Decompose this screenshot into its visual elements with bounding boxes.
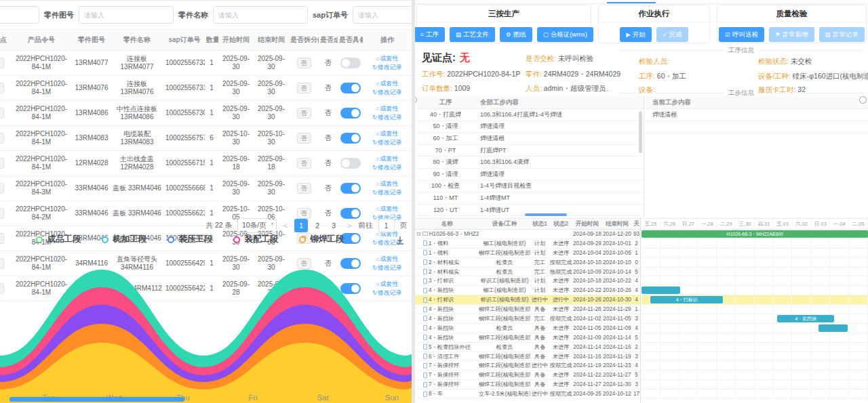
sap-order-input[interactable] <box>353 6 412 24</box>
history-link[interactable]: ↻修改记录 <box>372 139 402 146</box>
gantt-chart-row[interactable] <box>642 380 868 389</box>
section-step-info: 工序信息 <box>618 46 864 55</box>
gantt-chart-row[interactable]: 4・打标识 <box>642 295 868 305</box>
ready-toggle[interactable] <box>340 58 361 68</box>
gantt-chart-row[interactable] <box>642 352 868 362</box>
kit-link[interactable]: ⌂成套性 <box>376 255 399 262</box>
呼叫送检-button[interactable]: ☑呼叫送检 <box>719 27 764 42</box>
gantt-row[interactable]: ⊟H1026-66-3・MHZ2A83002024-09-182024-12-2… <box>415 230 640 239</box>
gantt-row[interactable]: 1・领料铆工(核电制造部)计划未进序2024-09-292024-10-012 <box>415 239 640 249</box>
gantt-row[interactable]: 7・装保持环铆焊工段(核电制造部)具备未进序2024-11-272024-11-… <box>415 380 640 389</box>
gantt-row[interactable]: 4・装挡块检查员具备未进序2024-11-052024-11-094 <box>415 324 640 333</box>
gantt-chart-row[interactable] <box>642 239 868 249</box>
page-number-1[interactable]: 1 <box>294 219 308 232</box>
gantt-chart-row[interactable] <box>642 268 868 277</box>
step-row[interactable]: 90・清理焊缝清理 <box>416 169 644 181</box>
gantt-chart-row[interactable] <box>642 361 868 370</box>
gantt-chart-row[interactable] <box>642 276 868 286</box>
gantt-bar[interactable] <box>642 287 680 294</box>
legend-item[interactable]: 铆焊工段 <box>299 234 344 245</box>
part-name-input[interactable] <box>213 6 308 24</box>
gantt-chart-row[interactable]: H1026-66-3・MHZ2A8300 <box>642 230 868 239</box>
ready-toggle[interactable] <box>340 158 361 169</box>
kit-link[interactable]: ⌂成套性 <box>376 105 399 112</box>
gantt-row[interactable]: 2・材料核实检查员完工按期完成2024-10-102024-10-100 <box>415 258 640 268</box>
gantt-row[interactable]: 7・装保持环铆焊工段(核电制造部)进行中按期完成2024-11-192024-1… <box>415 361 640 370</box>
legend-item[interactable]: 装压工段 <box>167 234 213 245</box>
kit-link[interactable]: ⌂成套性 <box>376 155 399 162</box>
gantt-row[interactable]: 6・清理工件铆焊工段(核电制造部)具备未进序2024-11-162024-11-… <box>415 352 640 362</box>
step-row[interactable]: 70・PT打底焊PT <box>416 145 644 157</box>
part-drawing-input[interactable] <box>79 6 174 24</box>
history-link[interactable]: ↻修改记录 <box>372 89 402 96</box>
gantt-bar[interactable]: H1026-66-3・MHZ2A8300 <box>642 230 868 238</box>
history-link[interactable]: ↻修改记录 <box>372 114 402 121</box>
gantt-row[interactable]: 4・装挡块铆焊工段(核电制造部)具备未进序2024-11-282024-11-2… <box>415 305 640 314</box>
chart-scrollbar[interactable] <box>9 397 184 402</box>
gantt-row[interactable]: 3・打标识标识工(核电制造部)计划未进序2024-10-182024-10-22… <box>415 276 640 286</box>
gantt-chart-row[interactable] <box>642 343 868 352</box>
right-resize-handle[interactable] <box>859 96 867 104</box>
gantt-bar[interactable] <box>818 324 848 332</box>
工艺文件-button[interactable]: ▤工艺文件 <box>450 27 495 42</box>
step-row[interactable]: 100・检查1-4号焊缝目视检查 <box>416 181 644 193</box>
gantt-chart-row[interactable] <box>642 249 868 258</box>
gantt-chart-row[interactable] <box>642 370 868 380</box>
kit-link[interactable]: ⌂成套性 <box>376 180 399 187</box>
page-number-2[interactable]: 2 <box>311 219 324 232</box>
gantt-bar[interactable]: 4・装挡块 <box>777 315 834 322</box>
history-link[interactable]: ↻修改记录 <box>372 164 402 171</box>
gantt-row[interactable]: 4・装挡块铆焊工段(核电制造部)具备未进序2024-11-092024-11-1… <box>415 333 640 343</box>
download-chart-icon[interactable] <box>395 236 405 248</box>
gantt-row[interactable]: 4・装挡块铆焊工段(核电制造部)完工按期完成2024-11-022024-11-… <box>415 314 640 324</box>
step-row[interactable]: 110・MT1-4焊缝MT <box>416 192 644 205</box>
vertical-scrollbar[interactable] <box>639 111 642 153</box>
page-number-3[interactable]: 3 <box>327 219 340 232</box>
legend-item[interactable]: 机加工段 <box>102 234 147 245</box>
kit-link[interactable]: ⌂成套性 <box>376 80 399 87</box>
工序-button[interactable]: ≡工序 <box>415 27 445 42</box>
ready-toggle[interactable] <box>340 133 361 144</box>
ready-toggle[interactable] <box>340 208 361 219</box>
next-page-button[interactable]: > <box>346 221 353 230</box>
gantt-chart-row[interactable] <box>642 389 868 399</box>
图纸-button[interactable]: ⚙图纸 <box>500 27 532 42</box>
gantt-chart-row[interactable] <box>642 333 868 343</box>
gantt-row[interactable]: 4・打标识标识工(核电制造部)进行中进行中2024-10-262024-10-3… <box>415 295 640 305</box>
legend-item[interactable]: 成品工段 <box>36 234 81 245</box>
kit-link[interactable]: ⌂成套性 <box>376 55 399 62</box>
clipped-filter-input[interactable] <box>0 6 39 24</box>
horizontal-scrollbar[interactable] <box>525 213 567 216</box>
ready-toggle[interactable] <box>340 108 361 119</box>
jump-page-input[interactable] <box>378 219 395 232</box>
step-row[interactable]: 50・清理焊缝清理 <box>416 121 644 133</box>
gantt-row[interactable]: 4・装挡块铆工(核电制造部)计划未进序2024-10-222024-10-264 <box>415 286 640 295</box>
gantt-chart-row[interactable] <box>642 286 868 295</box>
ready-toggle[interactable] <box>340 183 361 194</box>
prev-page-button[interactable]: < <box>282 221 289 230</box>
step-row[interactable]: 40・打底焊106.3和106.4打底焊1-4号焊缝 <box>416 109 644 121</box>
step-row[interactable]: 60・加工焊缝清根 <box>416 133 644 145</box>
gantt-row[interactable]: 5・检查挡块外径检查员具备未进序2024-11-142024-11-162 <box>415 343 640 352</box>
history-link[interactable]: ↻修改记录 <box>372 64 402 70</box>
gantt-row[interactable]: 1・领料铆焊工段(核电制造部)计划未进序2024-10-042024-10-05… <box>415 249 640 258</box>
gantt-row[interactable]: 8・车立车-2.5米(核电制造部)进行中按期完成2024-09-252024-1… <box>415 389 640 399</box>
ready-toggle[interactable] <box>340 83 361 93</box>
gantt-chart-row[interactable] <box>642 258 868 268</box>
page-size-select[interactable]: 10条/页 <box>237 218 277 233</box>
gantt-chart-row[interactable] <box>642 305 868 314</box>
gantt-row[interactable]: 7・装保持环铆焊工段(核电制造部)具备未进序2024-11-222024-11-… <box>415 370 640 380</box>
history-link[interactable]: ↻修改记录 <box>372 189 402 196</box>
kit-link[interactable]: ⌂成套性 <box>376 130 399 137</box>
step-row[interactable]: 80・满焊106.3和106.4满焊 <box>416 156 644 169</box>
gantt-bar[interactable]: 4・打标识 <box>650 296 723 303</box>
legend-item[interactable]: 装配工段 <box>233 234 279 245</box>
kit-link[interactable]: ⌂成套性 <box>376 205 399 212</box>
开始-button[interactable]: ▶开始 <box>620 27 652 42</box>
gantt-chart-row[interactable]: 4・装挡块 <box>642 314 868 324</box>
start-date: 2025-09-30 <box>218 101 254 126</box>
合格证(wms)-button[interactable]: ▢合格证(wms) <box>537 27 593 42</box>
collapse-icon[interactable]: ⊟ <box>416 231 421 237</box>
gantt-row[interactable]: 2・材料核实检查员完工拖期完成2024-10-092024-10-145 <box>415 268 640 277</box>
gantt-chart-row[interactable] <box>642 324 868 333</box>
